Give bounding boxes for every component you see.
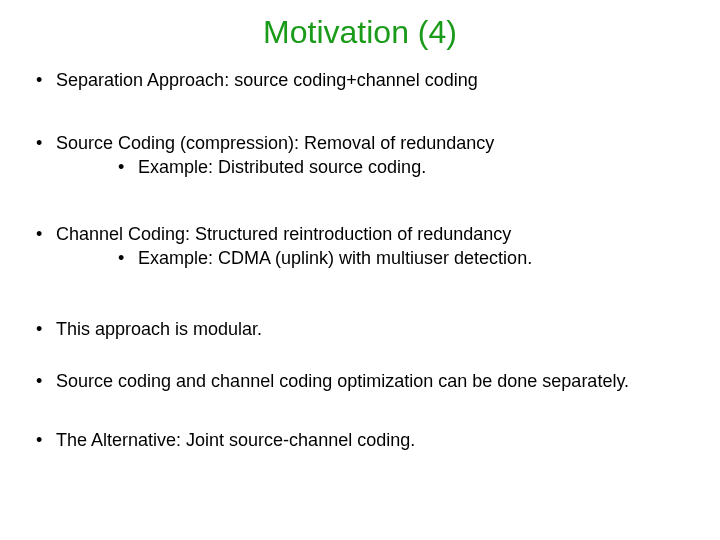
list-item: The Alternative: Joint source-channel co… bbox=[34, 429, 700, 452]
bullet-text: Source coding and channel coding optimiz… bbox=[56, 371, 629, 391]
bullet-text: Channel Coding: Structured reintroductio… bbox=[56, 224, 511, 244]
bullet-text: This approach is modular. bbox=[56, 319, 262, 339]
sub-list-item: Example: CDMA (uplink) with multiuser de… bbox=[118, 247, 700, 270]
sub-bullet-text: Example: Distributed source coding. bbox=[138, 157, 426, 177]
sub-list-item: Example: Distributed source coding. bbox=[118, 156, 700, 179]
bullet-list: Separation Approach: source coding+chann… bbox=[20, 69, 700, 451]
list-item: Source coding and channel coding optimiz… bbox=[34, 370, 700, 393]
list-item: Separation Approach: source coding+chann… bbox=[34, 69, 700, 92]
sub-bullet-text: Example: CDMA (uplink) with multiuser de… bbox=[138, 248, 532, 268]
slide-title: Motivation (4) bbox=[20, 14, 700, 51]
list-item: Source Coding (compression): Removal of … bbox=[34, 132, 700, 179]
slide: Motivation (4) Separation Approach: sour… bbox=[0, 0, 720, 540]
bullet-text: Source Coding (compression): Removal of … bbox=[56, 133, 494, 153]
list-item: This approach is modular. bbox=[34, 318, 700, 341]
bullet-text: The Alternative: Joint source-channel co… bbox=[56, 430, 415, 450]
sub-list: Example: Distributed source coding. bbox=[56, 156, 700, 179]
sub-list: Example: CDMA (uplink) with multiuser de… bbox=[56, 247, 700, 270]
list-item: Channel Coding: Structured reintroductio… bbox=[34, 223, 700, 270]
bullet-text: Separation Approach: source coding+chann… bbox=[56, 70, 478, 90]
